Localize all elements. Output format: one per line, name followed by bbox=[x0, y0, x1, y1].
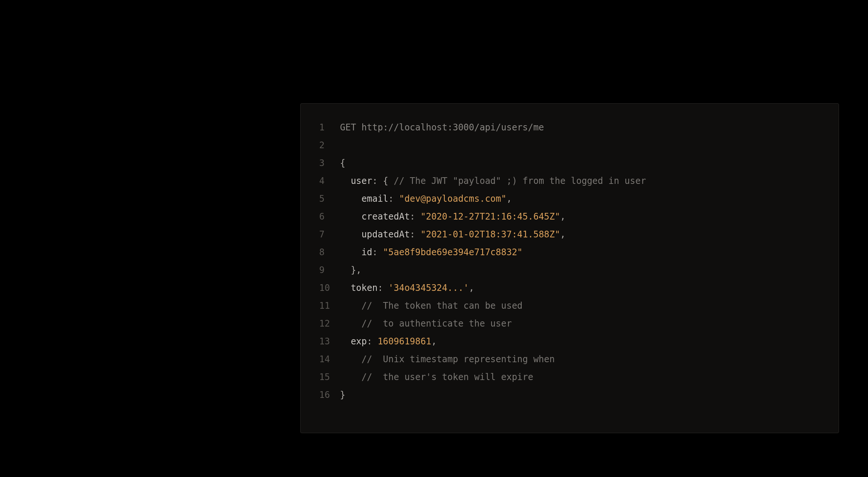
line-number: 4 bbox=[319, 172, 340, 190]
code-panel: 1 GET http://localhost:3000/api/users/me… bbox=[300, 103, 839, 433]
id-line: id: "5ae8f9bde69e394e717c8832" bbox=[340, 243, 522, 261]
code-line-1: 1 GET http://localhost:3000/api/users/me bbox=[319, 119, 820, 136]
code-line-4: 4 user: { // The JWT "payload" ;) from t… bbox=[319, 172, 820, 190]
request-line: GET http://localhost:3000/api/users/me bbox=[340, 119, 544, 136]
brace-close: } bbox=[340, 386, 345, 404]
token-comment-2: // to authenticate the user bbox=[340, 315, 512, 332]
line-number: 1 bbox=[319, 119, 340, 136]
code-line-6: 6 createdAt: "2020-12-27T21:16:45.645Z", bbox=[319, 208, 820, 225]
createdat-line: createdAt: "2020-12-27T21:16:45.645Z", bbox=[340, 208, 566, 225]
line-number: 8 bbox=[319, 243, 340, 261]
code-line-8: 8 id: "5ae8f9bde69e394e717c8832" bbox=[319, 243, 820, 261]
line-number: 7 bbox=[319, 225, 340, 243]
user-close-line: }, bbox=[340, 261, 362, 279]
line-number: 16 bbox=[319, 386, 340, 404]
line-number: 10 bbox=[319, 279, 340, 297]
email-line: email: "dev@payloadcms.com", bbox=[340, 190, 512, 208]
line-number: 5 bbox=[319, 190, 340, 208]
brace-open: { bbox=[340, 154, 345, 172]
code-line-9: 9 }, bbox=[319, 261, 820, 279]
code-line-11: 11 // The token that can be used bbox=[319, 297, 820, 315]
line-number: 13 bbox=[319, 332, 340, 350]
line-number: 2 bbox=[319, 136, 340, 154]
code-line-2: 2 bbox=[319, 136, 820, 154]
code-line-15: 15 // the user's token will expire bbox=[319, 368, 820, 386]
line-number: 12 bbox=[319, 315, 340, 332]
code-line-3: 3 { bbox=[319, 154, 820, 172]
code-line-5: 5 email: "dev@payloadcms.com", bbox=[319, 190, 820, 208]
updatedat-line: updatedAt: "2021-01-02T18:37:41.588Z", bbox=[340, 225, 566, 243]
user-line: user: { // The JWT "payload" ;) from the… bbox=[340, 172, 646, 190]
code-line-12: 12 // to authenticate the user bbox=[319, 315, 820, 332]
line-number: 14 bbox=[319, 350, 340, 368]
line-number: 6 bbox=[319, 208, 340, 225]
code-line-13: 13 exp: 1609619861, bbox=[319, 332, 820, 350]
line-number: 3 bbox=[319, 154, 340, 172]
exp-comment-2: // the user's token will expire bbox=[340, 368, 533, 386]
token-line: token: '34o4345324...', bbox=[340, 279, 474, 297]
token-comment-1: // The token that can be used bbox=[340, 297, 522, 315]
code-line-7: 7 updatedAt: "2021-01-02T18:37:41.588Z", bbox=[319, 225, 820, 243]
code-line-16: 16 } bbox=[319, 386, 820, 404]
line-number: 9 bbox=[319, 261, 340, 279]
code-line-10: 10 token: '34o4345324...', bbox=[319, 279, 820, 297]
line-number: 11 bbox=[319, 297, 340, 315]
exp-comment-1: // Unix timestamp representing when bbox=[340, 350, 555, 368]
code-line-14: 14 // Unix timestamp representing when bbox=[319, 350, 820, 368]
exp-line: exp: 1609619861, bbox=[340, 332, 437, 350]
line-number: 15 bbox=[319, 368, 340, 386]
